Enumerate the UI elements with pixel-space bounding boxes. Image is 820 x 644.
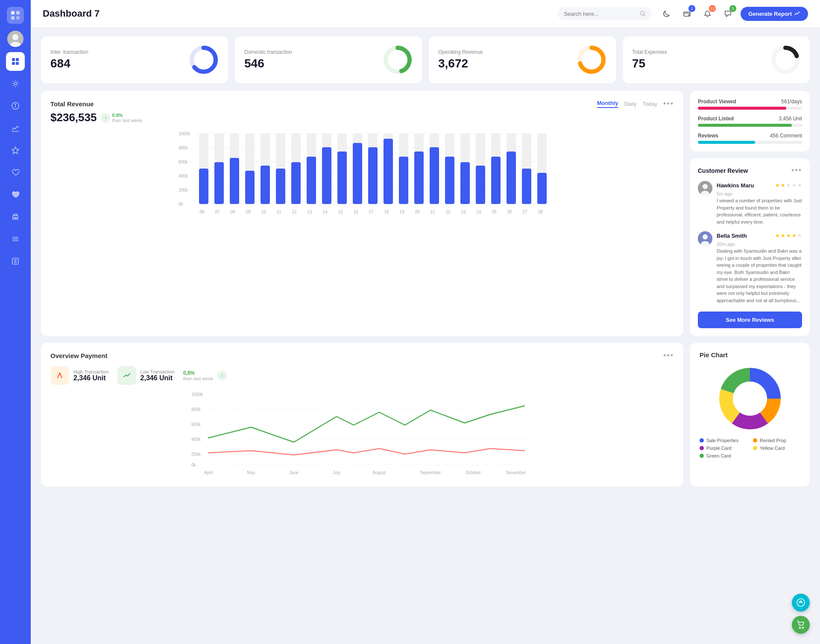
pie-chart-title: Pie Chart [700, 351, 800, 358]
reviewer-info-2: Bella Smith ★ ★ ★ ★ ★ 20m ago Dea [717, 231, 802, 304]
wallet-badge: 2 [688, 5, 695, 12]
svg-rect-75 [384, 139, 393, 204]
moon-icon [663, 10, 670, 17]
svg-rect-65 [307, 157, 316, 204]
tab-daily[interactable]: Daily [624, 101, 636, 107]
support-icon [797, 598, 805, 607]
reviewer-time-2: 20m ago [717, 242, 735, 247]
svg-text:27: 27 [522, 210, 527, 214]
page-content: Inter. transaction 684 Domestic transact… [31, 28, 820, 644]
see-more-reviews-button[interactable]: See More Reviews [698, 312, 802, 328]
product-stat-reviews-value: 456 Comment [770, 133, 802, 139]
stat-card-expenses-info: Total Expenses 75 [632, 49, 667, 70]
wallet-button[interactable]: 2 [679, 6, 694, 21]
svg-text:17: 17 [369, 210, 374, 214]
svg-point-5 [12, 34, 18, 40]
product-stat-listed-label: Product Listed [698, 116, 734, 122]
sidebar-item-settings[interactable] [6, 74, 25, 93]
svg-rect-53 [214, 162, 224, 204]
revenue-change: ↑ 0.8% than last week [101, 113, 142, 123]
low-transaction-sub: than last week [183, 376, 213, 381]
revenue-more-button[interactable]: ••• [663, 99, 674, 108]
star-1-4: ★ [792, 182, 797, 188]
svg-rect-73 [368, 147, 378, 204]
legend-dot-purple [700, 446, 704, 450]
stat-card-revenue-value: 3,672 [438, 57, 483, 70]
customer-review-title: Customer Review [698, 167, 748, 174]
svg-rect-8 [16, 58, 19, 61]
svg-rect-10 [16, 62, 19, 65]
customer-review-header: Customer Review ••• [698, 166, 802, 175]
overview-more-button[interactable]: ••• [663, 351, 674, 360]
svg-rect-3 [16, 16, 20, 20]
page-title: Dashboard 7 [43, 8, 551, 19]
svg-text:10: 10 [261, 210, 266, 214]
generate-report-button[interactable]: Generate Report [741, 7, 808, 21]
svg-text:13: 13 [307, 210, 312, 214]
sidebar-item-print[interactable] [6, 207, 25, 226]
legend-label-sale: Sale Properties [706, 438, 738, 443]
svg-marker-16 [12, 147, 19, 154]
revenue-header: Total Revenue Monthly Daily Today ••• [50, 99, 674, 108]
svg-rect-63 [291, 162, 301, 204]
tab-monthly[interactable]: Monthly [597, 100, 618, 108]
pie-chart-wrap: Sale Properties Rented Prop Purple Card [700, 364, 800, 458]
svg-text:09: 09 [246, 210, 251, 214]
fab-cart-button[interactable] [792, 616, 810, 634]
svg-rect-61 [276, 169, 285, 204]
sidebar-item-list[interactable] [6, 252, 25, 271]
svg-text:0k: 0k [179, 202, 184, 207]
svg-text:28: 28 [538, 210, 543, 214]
svg-point-120 [703, 184, 708, 189]
sidebar-item-info[interactable] [6, 96, 25, 115]
svg-point-153 [733, 382, 767, 416]
revenue-pct-wrap: 0.8% than last week [112, 113, 142, 123]
svg-point-126 [59, 373, 61, 374]
search-input[interactable] [564, 11, 636, 17]
product-stats-card: Product Viewed 561/days Product Listed 3… [690, 91, 810, 152]
up-arrow-icon: ↑ [101, 113, 110, 122]
svg-rect-67 [322, 147, 331, 204]
high-transaction-info: High Transaction 2,346 Unit [73, 369, 109, 382]
user-avatar[interactable] [7, 31, 23, 47]
chat-button[interactable]: 5 [720, 6, 735, 21]
reviewer-name-2: Bella Smith [717, 233, 747, 239]
svg-text:07: 07 [215, 210, 220, 214]
legend-dot-yellow [753, 446, 757, 450]
legend-label-purple: Purple Card [706, 446, 732, 451]
sidebar-item-heart[interactable] [6, 163, 25, 182]
sidebar-item-heart2[interactable] [6, 185, 25, 204]
stat-card-domestic-donut [383, 45, 413, 75]
sidebar-logo[interactable] [7, 7, 24, 24]
sidebar-item-dashboard[interactable] [6, 52, 25, 71]
svg-text:21: 21 [430, 210, 435, 214]
revenue-tabs: Monthly Daily Today ••• [597, 99, 674, 108]
review-more-button[interactable]: ••• [791, 166, 802, 175]
reviewer-avatar-2 [698, 231, 712, 246]
product-stat-listed-value: 3,456 Unit [779, 116, 802, 122]
tab-today[interactable]: Today [642, 101, 657, 107]
star-1-1: ★ [775, 182, 780, 188]
reviewer-text-1: I viewed a number of properties with Jus… [717, 197, 802, 225]
fab-support-button[interactable] [792, 594, 810, 612]
theme-toggle-button[interactable] [659, 6, 674, 21]
sidebar-item-star[interactable] [6, 141, 25, 160]
revenue-pct: 0.8% [112, 113, 142, 118]
svg-text:18: 18 [384, 210, 389, 214]
chart-icon [794, 11, 800, 17]
svg-point-123 [703, 234, 708, 239]
svg-text:12: 12 [292, 210, 297, 214]
bell-button[interactable]: 12 [700, 6, 715, 21]
reviewer-text-2: Dealing with Syamsudin and Bakri was a j… [717, 248, 802, 304]
sidebar-item-analytics[interactable] [6, 119, 25, 137]
svg-point-11 [14, 82, 17, 85]
sidebar-item-menu[interactable] [6, 230, 25, 248]
reviewer-info-1: Hawkins Maru ★ ★ ★ ★ ★ 5m ago I v [717, 181, 802, 225]
stat-cards-row: Inter. transaction 684 Domestic transact… [41, 36, 810, 83]
cart-icon [797, 621, 805, 629]
overview-payment-card: Overview Payment ••• High T [41, 343, 683, 487]
product-stat-reviews-label: Reviews [698, 133, 718, 139]
legend-label-rented: Rented Prop [760, 438, 786, 443]
svg-point-14 [15, 104, 16, 105]
review-item-1: Hawkins Maru ★ ★ ★ ★ ★ 5m ago I v [698, 181, 802, 225]
